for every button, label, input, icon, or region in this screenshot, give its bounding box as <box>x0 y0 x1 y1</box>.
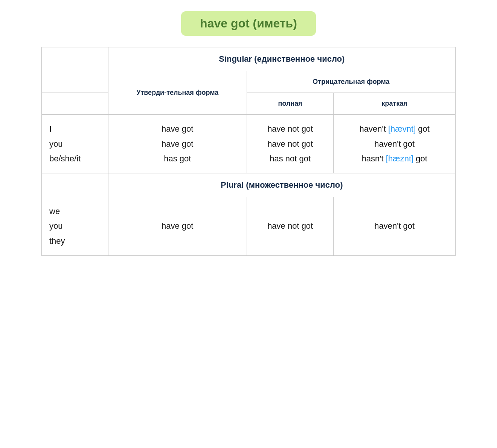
negative-header: Отрицательная форма <box>247 71 455 93</box>
plural-data-row: weyouthey have got have not got haven't … <box>42 197 456 255</box>
singular-data-row: Iyoube/she/it have gothave gothas got ha… <box>42 115 456 173</box>
page-wrapper: have got (иметь) Singular (единственное … <box>41 11 456 256</box>
singular-affirmative: have gothave gothas got <box>108 115 247 173</box>
singular-header-row: Singular (единственное число) <box>42 47 456 71</box>
phonetic-haeznt: [hæznt] <box>386 154 413 163</box>
column-headers-row: Утверди-тельная форма Отрицательная форм… <box>42 71 456 93</box>
main-table: Singular (единственное число) Утверди-те… <box>41 47 456 256</box>
plural-negative-full: have not got <box>247 197 334 255</box>
plural-affirmative: have got <box>108 197 247 255</box>
affirmative-label: Утверди-тельная форма <box>136 89 218 96</box>
full-form-header: полная <box>247 93 334 115</box>
singular-negative-short: haven't [hævnt] got haven't got hasn't [… <box>334 115 456 173</box>
plural-pronouns: weyouthey <box>42 197 108 255</box>
singular-header: Singular (единственное число) <box>108 47 455 71</box>
sub-column-headers-row: полная краткая <box>42 93 456 115</box>
title-badge: have got (иметь) <box>181 11 316 36</box>
plural-header: Plural (множественное число) <box>108 173 455 197</box>
plural-header-row: Plural (множественное число) <box>42 173 456 197</box>
empty-plural-left <box>42 173 108 197</box>
singular-negative-full: have not gothave not gothas not got <box>247 115 334 173</box>
plural-negative-short: haven't got <box>334 197 456 255</box>
singular-pronouns: Iyoube/she/it <box>42 115 108 173</box>
title-box: have got (иметь) <box>41 11 456 36</box>
empty-top-left <box>42 47 108 71</box>
empty-header-left <box>42 71 108 93</box>
short-form-header: краткая <box>334 93 456 115</box>
empty-sub-left <box>42 93 108 115</box>
affirmative-header: Утверди-тельная форма <box>108 71 247 115</box>
phonetic-haevnt: [hævnt] <box>388 124 416 134</box>
